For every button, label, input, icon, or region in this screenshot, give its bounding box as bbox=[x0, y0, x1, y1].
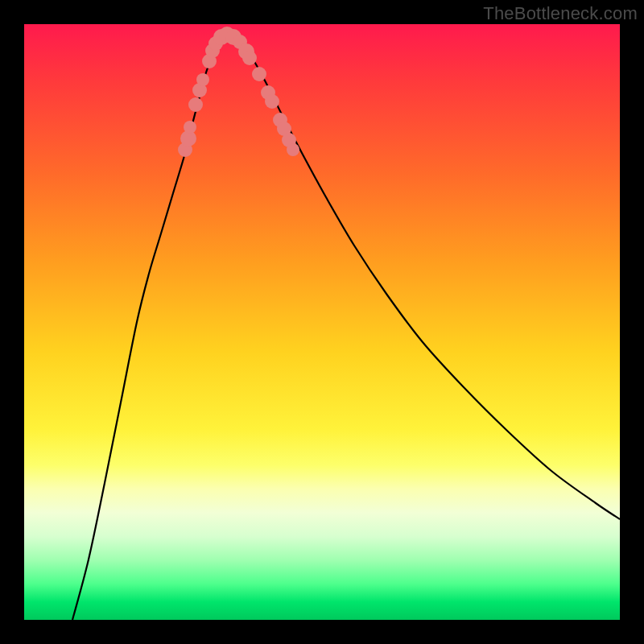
data-marker bbox=[287, 143, 299, 156]
chart-frame: TheBottleneck.com bbox=[0, 0, 644, 644]
data-marker bbox=[196, 73, 209, 86]
data-marker bbox=[242, 51, 257, 65]
bottleneck-curve bbox=[72, 35, 620, 620]
plot-area bbox=[24, 24, 620, 620]
data-marker bbox=[184, 121, 196, 134]
data-marker bbox=[188, 97, 203, 112]
marker-group bbox=[178, 27, 299, 157]
data-marker bbox=[252, 67, 266, 81]
data-marker bbox=[265, 94, 279, 109]
curve-svg bbox=[24, 24, 620, 620]
watermark-text: TheBottleneck.com bbox=[483, 3, 638, 24]
